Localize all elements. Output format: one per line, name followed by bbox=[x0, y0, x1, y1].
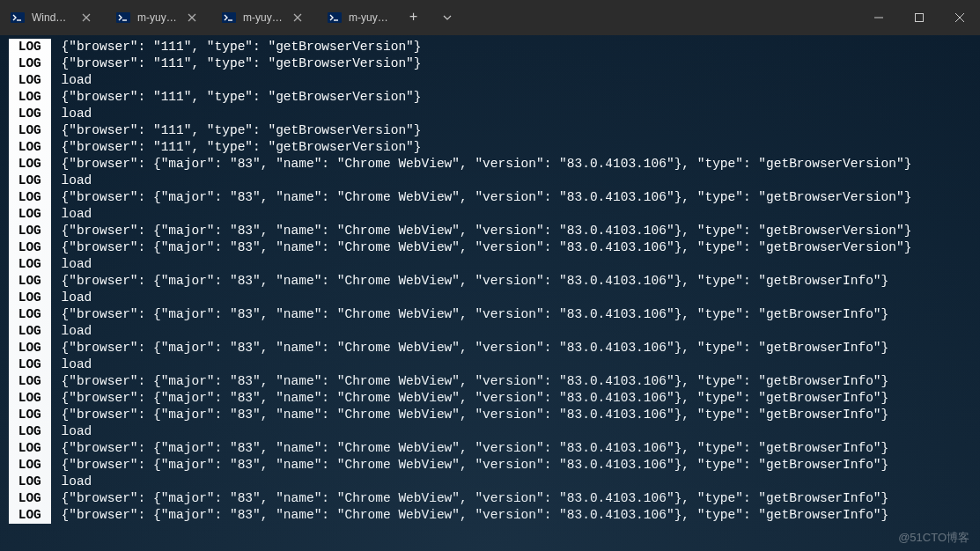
log-text: {"browser": {"major": "83", "name": "Chr… bbox=[51, 156, 912, 173]
tab-dropdown-button[interactable] bbox=[431, 0, 463, 35]
tab-close-button[interactable] bbox=[185, 11, 199, 25]
terminal-output[interactable]: LOG {"browser": "111", "type": "getBrows… bbox=[0, 35, 980, 551]
tab-label: m-yuying-fronten bbox=[243, 11, 284, 24]
svg-rect-8 bbox=[222, 12, 236, 23]
log-line: LOG {"browser": {"major": "83", "name": … bbox=[9, 239, 971, 256]
close-icon bbox=[188, 13, 196, 22]
log-text: load bbox=[51, 72, 92, 89]
log-tag: LOG bbox=[9, 189, 51, 206]
log-tag: LOG bbox=[9, 39, 51, 55]
log-line: LOG {"browser": {"major": "83", "name": … bbox=[9, 156, 971, 173]
log-text: {"browser": {"major": "83", "name": "Chr… bbox=[51, 390, 889, 407]
log-line: LOG {"browser": {"major": "83", "name": … bbox=[9, 457, 971, 474]
log-tag: LOG bbox=[9, 72, 51, 89]
log-tag: LOG bbox=[9, 55, 51, 72]
close-icon bbox=[82, 13, 91, 22]
tab-close-button[interactable] bbox=[79, 11, 93, 25]
log-text: {"browser": "111", "type": "getBrowserVe… bbox=[51, 55, 422, 72]
log-tag: LOG bbox=[9, 89, 51, 106]
log-text: {"browser": {"major": "83", "name": "Chr… bbox=[51, 440, 889, 457]
log-text: load bbox=[51, 356, 92, 373]
log-tag: LOG bbox=[9, 306, 51, 323]
log-line: LOG load bbox=[9, 356, 971, 373]
close-icon bbox=[955, 13, 964, 22]
tab-m-yuying-admin[interactable]: m-yuying-admin bbox=[317, 0, 396, 35]
log-line: LOG {"browser": {"major": "83", "name": … bbox=[9, 340, 971, 356]
log-tag: LOG bbox=[9, 156, 51, 173]
log-tag: LOG bbox=[9, 239, 51, 256]
log-line: LOG {"browser": "111", "type": "getBrows… bbox=[9, 55, 971, 72]
log-tag: LOG bbox=[9, 423, 51, 440]
title-bar: Windows PowerShm-yuying-nodem-yuying-fro… bbox=[0, 0, 980, 35]
log-line: LOG {"browser": {"major": "83", "name": … bbox=[9, 223, 971, 239]
log-line: LOG {"browser": "111", "type": "getBrows… bbox=[9, 122, 971, 139]
log-tag: LOG bbox=[9, 206, 51, 223]
log-text: load bbox=[51, 206, 92, 223]
log-tag: LOG bbox=[9, 507, 51, 524]
tab-m-yuying-fronten[interactable]: m-yuying-fronten bbox=[211, 0, 317, 35]
log-tag: LOG bbox=[9, 407, 51, 423]
log-text: {"browser": {"major": "83", "name": "Chr… bbox=[51, 407, 889, 423]
tab-windows-powersh[interactable]: Windows PowerSh bbox=[0, 0, 106, 35]
log-line: LOG {"browser": {"major": "83", "name": … bbox=[9, 407, 971, 423]
log-line: LOG {"browser": {"major": "83", "name": … bbox=[9, 490, 971, 507]
log-tag: LOG bbox=[9, 440, 51, 457]
log-text: {"browser": {"major": "83", "name": "Chr… bbox=[51, 457, 889, 474]
log-line: LOG load bbox=[9, 423, 971, 440]
powershell-icon bbox=[328, 11, 342, 25]
log-text: load bbox=[51, 106, 92, 122]
log-tag: LOG bbox=[9, 173, 51, 189]
log-text: {"browser": {"major": "83", "name": "Chr… bbox=[51, 239, 912, 256]
log-line: LOG load bbox=[9, 173, 971, 189]
log-tag: LOG bbox=[9, 256, 51, 273]
log-line: LOG {"browser": {"major": "83", "name": … bbox=[9, 306, 971, 323]
maximize-icon bbox=[915, 13, 924, 22]
close-icon bbox=[293, 13, 302, 22]
new-tab-button[interactable]: + bbox=[396, 0, 431, 35]
powershell-icon bbox=[222, 11, 236, 25]
log-text: {"browser": {"major": "83", "name": "Chr… bbox=[51, 490, 889, 507]
log-line: LOG load bbox=[9, 323, 971, 340]
svg-rect-12 bbox=[328, 12, 342, 23]
tab-m-yuying-node[interactable]: m-yuying-node bbox=[106, 0, 211, 35]
log-line: LOG load bbox=[9, 474, 971, 490]
powershell-icon bbox=[116, 11, 130, 25]
log-tag: LOG bbox=[9, 273, 51, 290]
log-line: LOG load bbox=[9, 72, 971, 89]
log-line: LOG {"browser": {"major": "83", "name": … bbox=[9, 440, 971, 457]
log-tag: LOG bbox=[9, 474, 51, 490]
powershell-icon bbox=[11, 11, 25, 25]
log-tag: LOG bbox=[9, 290, 51, 306]
minimize-button[interactable] bbox=[858, 0, 899, 35]
tab-close-button[interactable] bbox=[291, 11, 305, 25]
log-tag: LOG bbox=[9, 223, 51, 239]
log-text: {"browser": "111", "type": "getBrowserVe… bbox=[51, 139, 422, 156]
log-text: {"browser": {"major": "83", "name": "Chr… bbox=[51, 306, 889, 323]
log-line: LOG load bbox=[9, 206, 971, 223]
log-tag: LOG bbox=[9, 373, 51, 390]
log-text: {"browser": {"major": "83", "name": "Chr… bbox=[51, 223, 912, 239]
log-text: {"browser": "111", "type": "getBrowserVe… bbox=[51, 39, 422, 55]
log-tag: LOG bbox=[9, 490, 51, 507]
log-tag: LOG bbox=[9, 122, 51, 139]
log-text: {"browser": {"major": "83", "name": "Chr… bbox=[51, 340, 889, 356]
log-text: load bbox=[51, 474, 92, 490]
log-line: LOG {"browser": {"major": "83", "name": … bbox=[9, 390, 971, 407]
log-text: {"browser": {"major": "83", "name": "Chr… bbox=[51, 507, 889, 524]
log-line: LOG {"browser": {"major": "83", "name": … bbox=[9, 273, 971, 290]
log-line: LOG load bbox=[9, 290, 971, 306]
log-tag: LOG bbox=[9, 139, 51, 156]
log-line: LOG load bbox=[9, 256, 971, 273]
svg-rect-0 bbox=[11, 12, 25, 23]
log-text: {"browser": {"major": "83", "name": "Chr… bbox=[51, 373, 889, 390]
tab-strip: Windows PowerShm-yuying-nodem-yuying-fro… bbox=[0, 0, 396, 35]
log-tag: LOG bbox=[9, 340, 51, 356]
log-tag: LOG bbox=[9, 457, 51, 474]
log-line: LOG {"browser": {"major": "83", "name": … bbox=[9, 189, 971, 206]
log-line: LOG load bbox=[9, 106, 971, 122]
maximize-button[interactable] bbox=[899, 0, 939, 35]
log-line: LOG {"browser": "111", "type": "getBrows… bbox=[9, 139, 971, 156]
log-tag: LOG bbox=[9, 390, 51, 407]
close-window-button[interactable] bbox=[939, 0, 980, 35]
log-text: {"browser": "111", "type": "getBrowserVe… bbox=[51, 122, 422, 139]
